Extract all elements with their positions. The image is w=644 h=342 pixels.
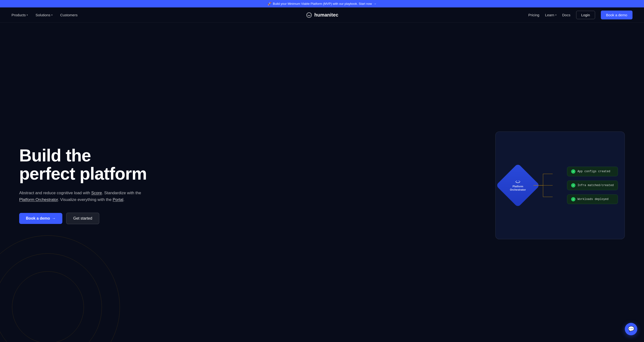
nav-pricing[interactable]: Pricing (528, 13, 539, 17)
hero-title: Build the perfect platform (19, 147, 147, 183)
announcement-bar[interactable]: 🚀 Build your Minimum Viable Platform (MV… (0, 0, 644, 7)
hero-description: Abstract and reduce cognitive load with … (19, 190, 144, 203)
nav-right: Pricing Learn ▾ Docs Login Book a demo (528, 10, 632, 19)
chat-icon: 💬 (628, 326, 634, 332)
background-decoration (0, 223, 144, 342)
status-pill-1: App configs created (567, 167, 618, 176)
platform-label: Platform Orchestrator (510, 185, 526, 192)
svg-point-1 (519, 180, 520, 181)
platform-diagram: Platform Orchestrator (502, 167, 618, 204)
nav-products[interactable]: Products ▾ (12, 13, 28, 17)
check-icon-1 (571, 169, 576, 174)
hero-section: Build the perfect platform Abstract and … (0, 23, 644, 342)
nav-solutions[interactable]: Solutions ▾ (36, 13, 52, 17)
check-icon-2 (571, 183, 576, 187)
navbar: Products ▾ Solutions ▾ Customers humanit… (0, 7, 644, 23)
ring-2 (0, 253, 102, 342)
book-demo-nav-button[interactable]: Book a demo (601, 10, 632, 19)
hero-diagram: Platform Orchestrator (495, 132, 625, 239)
nav-learn[interactable]: Learn ▾ (545, 13, 556, 17)
hero-buttons: Book a demo → Get started (19, 213, 147, 224)
announcement-emoji: 🚀 (268, 2, 272, 5)
hero-content: Build the perfect platform Abstract and … (19, 147, 147, 224)
portal-link[interactable]: Portal (113, 197, 123, 202)
nav-docs[interactable]: Docs (562, 13, 570, 17)
announcement-arrow: → (373, 2, 376, 5)
status-pill-3: Workloads deployed (567, 194, 618, 204)
chevron-down-icon: ▾ (51, 14, 52, 16)
announcement-text: Build your Minimum Viable Platform (MVP)… (273, 2, 372, 5)
chevron-down-icon: ▾ (555, 14, 556, 16)
svg-point-0 (516, 180, 517, 181)
chat-bubble-button[interactable]: 💬 (625, 323, 637, 335)
status-pills: App configs created Infra matched/create… (567, 167, 618, 204)
ring-1 (12, 271, 84, 342)
announcement-link[interactable]: 🚀 Build your Minimum Viable Platform (MV… (268, 2, 376, 5)
orchestrator-link[interactable]: Platform Orchestrator (19, 197, 58, 202)
humanitec-logo-icon (306, 12, 312, 18)
connector-lines-svg (534, 171, 553, 200)
brand-name: humanitec (314, 12, 338, 18)
ring-3 (0, 235, 120, 342)
chevron-down-icon: ▾ (26, 14, 28, 16)
diagram-card: Platform Orchestrator (495, 132, 625, 239)
nav-customers[interactable]: Customers (60, 13, 78, 17)
login-button[interactable]: Login (576, 11, 595, 19)
check-icon-3 (571, 197, 576, 201)
platform-smile-icon (514, 179, 521, 184)
status-pill-2: Infra matched/created (567, 180, 618, 190)
get-started-button[interactable]: Get started (66, 213, 99, 224)
brand-logo[interactable]: humanitec (306, 12, 338, 18)
nav-left: Products ▾ Solutions ▾ Customers (12, 13, 78, 17)
book-demo-button[interactable]: Book a demo → (19, 213, 62, 224)
score-link[interactable]: Score (91, 191, 102, 195)
